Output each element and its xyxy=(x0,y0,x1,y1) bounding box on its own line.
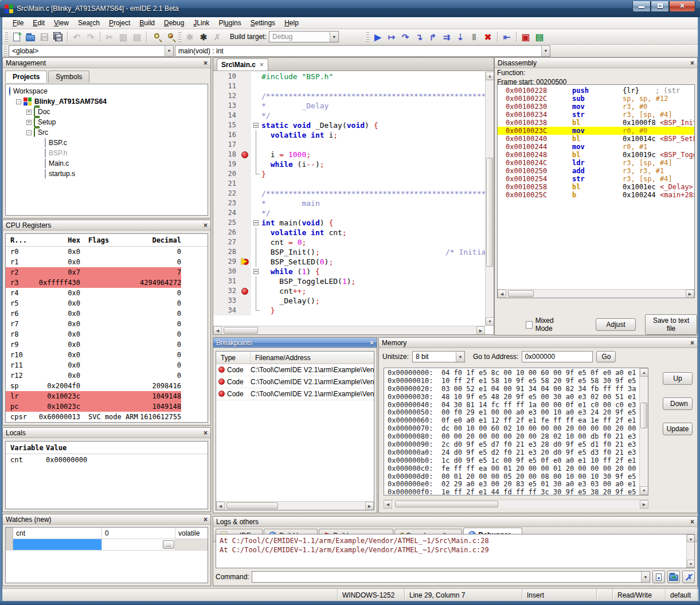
load-script-button[interactable]: ➜ xyxy=(667,571,680,583)
fold-margin[interactable] xyxy=(251,286,261,296)
code-line[interactable]: 11 xyxy=(213,81,494,91)
close-icon[interactable]: × xyxy=(690,340,694,346)
tree-item-bsp-h[interactable]: BSP.h xyxy=(7,148,208,158)
save-to-text-file-button[interactable]: Save to text file xyxy=(645,314,697,335)
tab-symbols[interactable]: Symbols xyxy=(48,71,89,83)
fold-collapse-icon[interactable] xyxy=(253,220,259,225)
code-line[interactable]: 33 _Delay(); xyxy=(213,296,494,306)
editor-horizontal-scrollbar[interactable]: ◀ ▶ xyxy=(213,326,485,334)
command-input[interactable]: ▼ xyxy=(252,571,650,583)
tree-item-workspace[interactable]: Workspace xyxy=(7,86,208,96)
dropdown-arrow-icon[interactable]: ▼ xyxy=(641,572,650,582)
menu-project[interactable]: Project xyxy=(104,18,135,28)
close-icon[interactable]: × xyxy=(690,60,694,66)
watch-new-value-cell[interactable]: ... xyxy=(102,539,175,550)
close-icon[interactable]: × xyxy=(204,430,208,436)
run-to-cursor-button[interactable]: ↦ xyxy=(385,30,398,43)
find-button[interactable] xyxy=(150,30,162,43)
tree-item-startup-s[interactable]: startup.s xyxy=(7,169,208,179)
code-line[interactable]: 26 volatile int cnt; xyxy=(213,228,494,237)
watch-row[interactable]: cnt0volatile int xyxy=(6,528,208,539)
tab-projects[interactable]: Projects xyxy=(5,71,47,83)
close-icon[interactable]: × xyxy=(690,519,694,525)
close-icon[interactable]: × xyxy=(204,517,208,522)
code-line[interactable]: 20} xyxy=(213,169,494,179)
code-line[interactable]: 19 while (i--); xyxy=(213,159,494,169)
dropdown-arrow-icon[interactable]: ▼ xyxy=(330,32,338,42)
tree-item-bsp-c[interactable]: BSP.c xyxy=(7,138,208,148)
code-line[interactable]: 23* main xyxy=(213,198,494,208)
step-into-button[interactable]: ↴ xyxy=(413,30,425,43)
reset-debugger-button[interactable]: ⇤ xyxy=(500,30,513,43)
replace-button[interactable] xyxy=(163,30,176,43)
menu-jlink[interactable]: JLink xyxy=(189,18,214,28)
code-line[interactable]: 21 xyxy=(213,179,494,189)
debug-continue-button[interactable]: ▶ xyxy=(371,30,384,43)
fold-margin[interactable] xyxy=(251,150,261,159)
toolbar-grip[interactable] xyxy=(366,32,369,42)
code-line[interactable]: 24*/ xyxy=(213,208,494,218)
tree-item-main-c[interactable]: Main.c xyxy=(7,158,208,169)
fold-margin[interactable] xyxy=(251,101,261,111)
toolbar-grip[interactable] xyxy=(4,46,7,56)
open-file-button[interactable] xyxy=(24,30,37,43)
undo-button[interactable]: ↶ xyxy=(71,30,83,43)
break-debugger-button[interactable]: ‖ xyxy=(468,30,480,43)
fold-margin[interactable] xyxy=(251,198,261,208)
menu-view[interactable]: View xyxy=(49,18,73,28)
abort-build-button[interactable]: ✗ xyxy=(211,30,224,43)
menu-search[interactable]: Search xyxy=(73,18,104,28)
copy-button[interactable]: ▥ xyxy=(117,30,130,43)
fold-margin[interactable] xyxy=(251,140,261,150)
code-line[interactable]: 13* _Delay xyxy=(213,101,494,111)
code-line[interactable]: 14*/ xyxy=(213,111,494,120)
fold-margin[interactable] xyxy=(251,130,261,140)
watch-browse-button[interactable]: ... xyxy=(163,540,174,549)
clear-log-button[interactable]: ✗ xyxy=(682,571,695,583)
dropdown-arrow-icon[interactable]: ▼ xyxy=(541,46,550,56)
tree-item-src[interactable]: -Src xyxy=(7,127,208,138)
fold-margin[interactable] xyxy=(251,276,261,286)
fold-margin[interactable] xyxy=(251,189,261,198)
code-line[interactable]: 29 BSP_SetLED(0); xyxy=(213,257,494,267)
redo-button[interactable]: ↷ xyxy=(84,30,97,43)
dropdown-arrow-icon[interactable]: ▼ xyxy=(165,46,173,56)
next-instruction-button[interactable]: ⇉ xyxy=(440,30,453,43)
close-button[interactable]: ✕ xyxy=(669,1,695,12)
debug-script-button[interactable]: ● xyxy=(652,571,665,583)
code-line[interactable]: 31 BSP_ToggleLED(1); xyxy=(213,276,494,286)
debugging-windows-button[interactable]: ▣ xyxy=(519,30,532,43)
breakpoints-horizontal-scrollbar[interactable]: ◀ ▶ xyxy=(216,501,374,510)
unitsize-select[interactable]: 8 bit ▼ xyxy=(412,351,465,362)
code-line[interactable]: 16 volatile int i; xyxy=(213,130,494,140)
code-line[interactable]: 34 } xyxy=(213,306,494,315)
fold-margin[interactable] xyxy=(251,111,261,120)
close-icon[interactable]: × xyxy=(204,60,208,66)
memory-update-button[interactable]: Update xyxy=(663,423,693,435)
build-button[interactable]: ✱ xyxy=(197,30,210,43)
code-line[interactable]: 18 i = 1000; xyxy=(213,150,494,159)
collapse-icon[interactable]: - xyxy=(16,99,21,104)
close-icon[interactable]: × xyxy=(204,223,208,228)
memory-up-button[interactable]: Up xyxy=(663,372,693,385)
fold-margin[interactable] xyxy=(251,257,261,267)
code-line[interactable]: 12/*************************************… xyxy=(213,91,494,101)
debugger-log[interactable]: At C:/Tool/C/EMIDEV~1.1/arm/Example/Vend… xyxy=(216,534,695,568)
minimize-button[interactable] xyxy=(632,1,651,12)
fold-margin[interactable] xyxy=(251,296,261,306)
expand-icon[interactable]: + xyxy=(26,120,32,125)
adjust-button[interactable]: Adjust xyxy=(596,318,636,331)
function-select[interactable]: main(void) : int ▼ xyxy=(175,45,550,57)
current-line-icon[interactable] xyxy=(240,257,251,267)
breakpoint-icon[interactable] xyxy=(240,150,251,159)
code-line[interactable]: 27 cnt = 0; xyxy=(213,237,494,247)
menu-plugins[interactable]: Plugins xyxy=(214,18,245,28)
save-all-button[interactable] xyxy=(52,30,64,43)
menu-settings[interactable]: Settings xyxy=(246,18,280,28)
fold-margin[interactable] xyxy=(251,72,261,81)
memory-horizontal-scrollbar[interactable]: ◀ ▶ xyxy=(384,499,648,508)
code-line[interactable]: 10#include "BSP.h" xyxy=(213,72,494,81)
close-icon[interactable]: × xyxy=(370,340,374,346)
new-file-button[interactable]: + xyxy=(10,30,23,43)
collapse-icon[interactable]: - xyxy=(26,130,32,135)
